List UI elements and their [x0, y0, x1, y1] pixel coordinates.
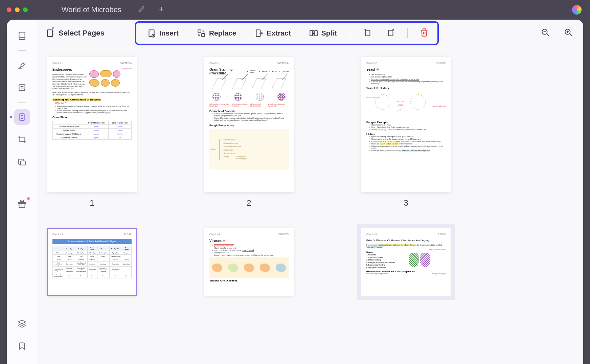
- svg-rect-9: [202, 33, 205, 37]
- page-container-1: Chapter 1BACTERIA Endospores Endospores …: [47, 57, 137, 208]
- split-button[interactable]: Split: [305, 26, 341, 40]
- page-thumbnail-2[interactable]: Chapter 1BACTERIA Gram Staining Procedur…: [204, 57, 294, 192]
- zoom-in-button[interactable]: [562, 26, 575, 40]
- page-thumbnail-1[interactable]: Chapter 1BACTERIA Endospores Endospores …: [47, 57, 137, 192]
- minimize-window-button[interactable]: [15, 7, 20, 12]
- app-window: Select Pages Insert Replace Extract Sp: [7, 20, 583, 364]
- svg-rect-13: [366, 30, 370, 36]
- traffic-lights: [7, 7, 28, 12]
- svg-rect-11: [310, 30, 313, 36]
- rotate-left-button[interactable]: [361, 26, 374, 40]
- titlebar: World of Microbes: [0, 0, 590, 20]
- svg-rect-8: [198, 30, 201, 33]
- svg-rect-14: [389, 30, 393, 36]
- sidebar-crop[interactable]: [14, 132, 30, 147]
- page-number-label: 1: [90, 198, 94, 208]
- sidebar-bookmark[interactable]: [14, 338, 30, 354]
- page-container-6: Chapter 5PRION Prion's Disease Of Human …: [361, 228, 451, 296]
- zoom-out-button[interactable]: [539, 26, 552, 40]
- page-container-3: Chapter 2FUNGUS Yeast ✷ Unicellular Fung…: [361, 57, 451, 208]
- sidebar-reader-mode[interactable]: [14, 28, 30, 44]
- add-tab-icon[interactable]: [158, 6, 165, 14]
- sidebar-layers[interactable]: [14, 316, 30, 332]
- edit-title-icon[interactable]: [138, 6, 144, 14]
- sidebar-watermark[interactable]: [14, 154, 30, 169]
- document-title: World of Microbes: [62, 5, 121, 14]
- sidebar-edit-text[interactable]: [14, 80, 30, 95]
- close-window-button[interactable]: [7, 7, 12, 12]
- sidebar: [7, 20, 37, 364]
- page-container-4: Chapter 3ALGAE Characteristics Of Select…: [47, 228, 137, 296]
- page-container-2: Chapter 1BACTERIA Gram Staining Procedur…: [204, 57, 294, 208]
- sidebar-gift[interactable]: [14, 197, 30, 212]
- sidebar-highlighter[interactable]: [14, 58, 30, 73]
- main-area: Select Pages Insert Replace Extract Sp: [37, 20, 583, 364]
- maximize-window-button[interactable]: [23, 7, 28, 12]
- page-container-5: Chapter 4VIRUSES Viruses ✷ Intracellular…: [204, 228, 294, 296]
- pages-grid[interactable]: Chapter 1BACTERIA Endospores Endospores …: [37, 47, 583, 364]
- sidebar-organize-pages[interactable]: [14, 109, 30, 125]
- insert-button[interactable]: Insert: [143, 26, 183, 40]
- svg-rect-5: [47, 30, 52, 37]
- replace-button[interactable]: Replace: [193, 26, 241, 40]
- toolbar: Select Pages Insert Replace Extract Sp: [37, 20, 583, 47]
- page-actions-toolbar: Insert Replace Extract Split: [135, 21, 439, 45]
- page-number-label: 3: [404, 198, 408, 208]
- page-thumbnail-5[interactable]: Chapter 4VIRUSES Viruses ✷ Intracellular…: [204, 228, 294, 296]
- select-pages-button[interactable]: Select Pages: [46, 29, 105, 38]
- rotate-right-button[interactable]: [384, 26, 397, 40]
- page-number-label: 2: [247, 198, 251, 208]
- svg-rect-12: [315, 30, 317, 36]
- page-thumbnail-4[interactable]: Chapter 3ALGAE Characteristics Of Select…: [47, 228, 137, 296]
- svg-rect-3: [21, 161, 25, 165]
- delete-button[interactable]: [418, 26, 431, 40]
- page-thumbnail-3[interactable]: Chapter 2FUNGUS Yeast ✷ Unicellular Fung…: [361, 57, 451, 192]
- extract-button[interactable]: Extract: [250, 26, 295, 40]
- app-logo-icon[interactable]: [572, 5, 582, 15]
- page-thumbnail-6[interactable]: Chapter 5PRION Prion's Disease Of Human …: [361, 228, 451, 296]
